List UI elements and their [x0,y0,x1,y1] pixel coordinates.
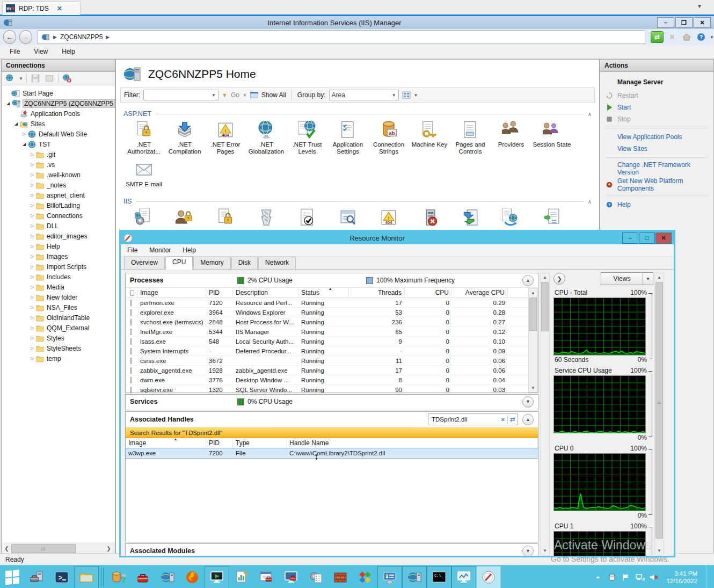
go-button[interactable]: Go [231,91,239,99]
collapsed-expander-icon[interactable]: ▷ [29,336,35,340]
collapsed-expander-icon[interactable]: ▷ [29,325,35,330]
collapsed-expander-icon[interactable]: ▷ [29,183,35,187]
tray-flag-icon[interactable] [621,572,631,582]
tree-item-zqc6nnzpp5-zqc6nnzpp5[interactable]: ◢ZQC6NNZPP5 (ZQC6NNZPP5 [2,98,115,108]
collapsed-expander-icon[interactable]: ▷ [29,356,35,361]
column-header-status[interactable]: Status▲ [298,288,349,297]
collapsed-expander-icon[interactable]: ▷ [29,172,35,177]
tree-item-help[interactable]: ▷Help [2,241,115,251]
process-checkbox[interactable] [126,329,137,335]
tree-item-media[interactable]: ▷Media [2,282,115,292]
tree-item-temp[interactable]: ▷temp [2,353,115,364]
resmon-maximize-button[interactable]: □ [639,233,655,244]
taskbar-odbc[interactable] [353,567,377,588]
views-dropdown-icon[interactable]: ▼ [643,273,653,285]
taskbar-server-manager[interactable] [25,567,49,588]
tree-item-connections[interactable]: ▷Connections [2,210,115,221]
taskbar-event-viewer[interactable] [229,567,254,588]
action-change-net-framework-version[interactable]: Change .NET Framework Version [606,161,708,176]
resmon-menu-file[interactable]: File [127,246,137,254]
collapsed-expander-icon[interactable]: ▷ [29,264,35,269]
tree-item-well-known[interactable]: ▷.well-known [2,170,115,180]
breadcrumb-server[interactable]: ZQC6NNZPP5 [60,33,103,41]
resmon-main-scrollbar[interactable]: ▲ ▼ [540,273,550,555]
clear-search-icon[interactable]: ✕ [499,417,507,423]
process-checkbox[interactable] [126,387,137,393]
tree-item-notes[interactable]: ▷_notes [2,180,115,190]
collapsed-expander-icon[interactable]: ▷ [29,315,35,320]
resmon-tab-network[interactable]: Network [258,257,296,269]
resmon-tab-overview[interactable]: Overview [124,257,165,269]
scroll-right-icon[interactable]: ❯ [104,546,113,551]
process-checkbox[interactable] [126,300,137,306]
processes-scrollbar[interactable]: ▲ ▼ [528,288,538,393]
handles-collapse-button[interactable]: ▲ [522,414,534,425]
collapsed-expander-icon[interactable]: ▷ [29,305,35,310]
taskbar-iis-server[interactable] [402,566,427,588]
column-header-average-cpu[interactable]: Average CPU [452,288,508,297]
handles-column-type[interactable]: Type [233,438,287,448]
collapsed-expander-icon[interactable]: ▷ [29,193,35,198]
tree-item-sites[interactable]: ◢Sites [2,119,115,129]
feature-smtp-email[interactable]: SMTP E-mail [123,161,164,188]
stop-refresh-button[interactable]: ✕ [666,32,678,42]
collapsed-expander-icon[interactable]: ▷ [29,244,35,249]
tree-horizontal-scrollbar[interactable]: ❮ ||| ❯ [2,544,113,553]
process-row-inetmgr-exe[interactable]: InetMgr.exe5344IIS ManagerRunning6500.12 [126,327,538,337]
handles-column-handle-name[interactable]: Handle Name [287,438,538,448]
graphs-expand-button[interactable]: ❯ [553,273,565,285]
process-checkbox[interactable] [126,338,137,345]
feature-providers[interactable]: Providers [491,121,531,155]
show-desktop-button[interactable] [706,565,711,588]
feature-net-authorization[interactable]: .NET Authorizat... [123,121,164,155]
handles-column-image[interactable]: Image▲ [126,438,206,448]
tray-expand-icon[interactable] [593,572,603,582]
tree-item-aspnet-client[interactable]: ▷aspnet_client [2,190,115,200]
menu-view[interactable]: View [34,48,48,55]
tree-item-application-pools[interactable]: Application Pools [2,108,115,119]
process-checkbox[interactable] [126,358,137,364]
taskbar-start-button[interactable] [0,567,25,588]
tree-item-tst[interactable]: ◢TST [2,139,115,149]
collapsed-expander-icon[interactable]: ▷ [29,234,35,238]
feature-pages-controls[interactable]: Pages and Controls [450,121,491,155]
process-row-zabbix-agentd-exe[interactable]: zabbix_agentd.exe1928zabbix_agentd.exeRu… [126,366,538,375]
resmon-tab-cpu[interactable]: CPU [165,256,193,270]
remove-connection-icon[interactable] [62,74,72,83]
menu-file[interactable]: File [10,48,20,55]
tree-item-stylesheets[interactable]: ▷StyleSheets [2,343,115,353]
action-start[interactable]: Start [606,102,708,113]
collapsed-expander-icon[interactable]: ▷ [29,346,35,351]
process-row-explorer-exe[interactable]: explorer.exe3964Windows ExplorerRunning5… [126,308,538,317]
forward-button[interactable]: → [19,30,32,44]
process-row-sqlservr-exe[interactable]: sqlservr.exe1320SQL Server Windo...Runni… [126,385,538,395]
column-header-pid[interactable]: PID [206,288,233,297]
rdp-tab[interactable]: mR RDP: TDS ✕ [2,1,81,15]
resmon-menu-help[interactable]: Help [183,246,196,254]
tree-item-dll[interactable]: ▷DLL [2,221,115,231]
action-stop[interactable]: Stop [606,114,708,125]
column-header-description[interactable]: Description [233,288,298,297]
expanded-expander-icon[interactable]: ◢ [13,121,19,126]
column-header-cpu[interactable]: CPU [405,288,452,297]
save-connections-icon[interactable] [30,74,41,83]
action-restart[interactable]: Restart [606,90,708,101]
resmon-menu-monitor[interactable]: Monitor [149,246,171,254]
group-collapse-icon[interactable]: ∧ [588,199,592,205]
refresh-button[interactable]: ⇄ [651,31,664,43]
filter-input[interactable]: ▼ [143,90,218,100]
collapsed-expander-icon[interactable]: ▷ [29,162,35,167]
views-button[interactable]: Views ▼ [601,272,653,285]
taskbar-control-panel[interactable] [377,566,402,588]
tree-item-start-page[interactable]: Start Page [2,88,115,98]
processes-collapse-button[interactable]: ▲ [522,275,534,286]
home-button[interactable] [681,32,693,42]
taskbar-database-tools[interactable] [106,567,130,588]
process-row-system-interrupts[interactable]: System Interrupts-Deferred Procedur...Ru… [126,346,538,356]
collapsed-expander-icon[interactable]: ▷ [29,285,35,289]
process-row-csrss-exe[interactable]: csrss.exe3672Running1100.06 [126,356,538,366]
iis-close-button[interactable]: ✕ [694,17,711,28]
graphs-scrollbar[interactable]: ▲ ≡ ▼ [654,273,664,555]
feature-application-settings[interactable]: Application Settings [327,121,368,155]
collapsed-expander-icon[interactable]: ▷ [29,152,35,157]
